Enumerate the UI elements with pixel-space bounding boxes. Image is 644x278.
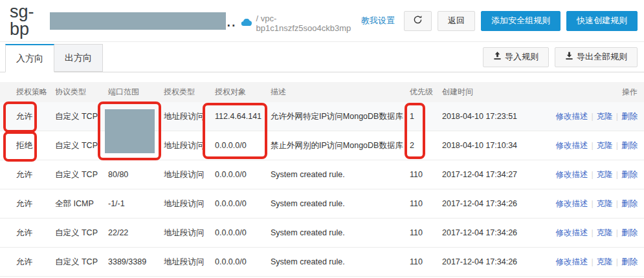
action-separator: | [592,257,594,266]
action-separator: | [616,199,618,208]
cell-created-time: 2017-12-04 17:34:26 [442,228,546,237]
table-row: 允许 自定义 TCP 80/80 地址段访问 0.0.0.0/0 System … [0,160,644,189]
col-created-time: 创建时间 [442,87,546,98]
modify-description-link[interactable]: 修改描述 [556,228,588,237]
tab-outbound[interactable]: 出方向 [54,44,103,72]
page-title: sg-bp .. / vpc-bp1c1nszfz5soo4ckb3mp [10,3,361,38]
col-policy: 授权策略 [16,87,55,98]
table-row: 允许 全部 ICMP -1/-1 地址段访问 0.0.0.0/0 System … [0,189,644,219]
page-header: sg-bp .. / vpc-bp1c1nszfz5soo4ckb3mp 教我设… [0,0,644,41]
clone-link[interactable]: 克隆 [597,257,613,266]
cloud-icon [241,17,252,29]
action-separator: | [592,228,594,237]
cell-description: 禁止外网别的IP访问MongoDB数据库 [271,140,410,151]
cell-policy: 允许 [16,169,55,180]
refresh-icon [413,15,423,27]
cell-auth-object: 0.0.0.0/0 [215,199,271,208]
cell-auth-type: 地址段访问 [164,228,215,239]
delete-link[interactable]: 删除 [621,228,638,237]
cell-description: System created rule. [271,257,410,266]
col-priority: 优先级 [410,87,442,98]
action-separator: | [616,228,618,237]
cell-actions: 修改描述|克隆|删除 [546,257,638,268]
export-all-rules-button[interactable]: 导出全部规则 [555,47,638,67]
redaction-block [50,12,225,30]
cell-created-time: 2017-12-04 17:34:26 [442,257,546,266]
action-separator: | [592,141,594,150]
rule-io-actions: 导入规则 导出全部规则 [483,47,638,67]
clone-link[interactable]: 克隆 [597,170,613,179]
tab-strip: 入方向 出方向 导入规则 导出全部规则 [0,41,644,72]
col-actions: 操作 [546,87,638,98]
cell-description: 允许外网特定IP访问MongoDB数据库 [271,111,410,122]
cell-protocol: 全部 ICMP [55,198,108,209]
modify-description-link[interactable]: 修改描述 [556,199,588,208]
annotation-highlight-auth-object [203,103,267,159]
modify-description-link[interactable]: 修改描述 [556,141,588,150]
security-group-id: sg-bp [10,3,49,38]
breadcrumb-vpc-path: / vpc-bp1c1nszfz5soo4ckb3mp [256,14,361,33]
action-separator: | [592,199,594,208]
cell-port-range: -1/-1 [108,199,164,208]
table-row: 允许 自定义 TCP 地址段访问 112.4.64.141 允许外网特定IP访问… [0,102,644,131]
cell-priority: 110 [410,257,442,266]
cell-created-time: 2018-04-10 17:23:51 [442,112,546,121]
col-protocol: 协议类型 [55,87,108,98]
cell-protocol: 自定义 TCP [55,228,108,239]
modify-description-link[interactable]: 修改描述 [556,170,588,179]
cell-actions: 修改描述|克隆|删除 [546,111,638,122]
tab-inbound[interactable]: 入方向 [5,44,54,72]
delete-link[interactable]: 删除 [621,170,638,179]
cell-priority: 110 [410,170,442,179]
back-button[interactable]: 返回 [438,11,475,31]
cell-description: System created rule. [271,170,410,179]
table-header-row: 授权策略 协议类型 端口范围 授权类型 授权对象 描述 优先级 创建时间 操作 [0,82,644,102]
delete-link[interactable]: 删除 [621,141,638,150]
annotation-highlight-priority [405,103,425,159]
quick-create-rule-button[interactable]: 快速创建规则 [566,11,638,31]
cell-protocol: 自定义 TCP [55,169,108,180]
table-row: 允许 自定义 TCP 22/22 地址段访问 0.0.0.0/0 System … [0,219,644,248]
annotation-highlight-policy-row2 [3,131,37,162]
refresh-button[interactable] [404,11,432,31]
cell-auth-object: 0.0.0.0/0 [215,170,271,179]
clone-link[interactable]: 克隆 [597,141,613,150]
col-port-range: 端口范围 [108,87,164,98]
modify-description-link[interactable]: 修改描述 [556,112,588,121]
col-description: 描述 [271,87,410,98]
add-security-group-rule-button[interactable]: 添加安全组规则 [481,11,561,31]
clone-link[interactable]: 克隆 [597,199,613,208]
upload-icon [493,52,502,62]
download-icon [565,52,573,62]
cell-priority: 110 [410,228,442,237]
cell-description: System created rule. [271,228,410,237]
clone-link[interactable]: 克隆 [597,112,613,121]
title-ellipsis: .. [227,12,236,30]
action-separator: | [592,170,594,179]
action-separator: | [616,170,618,179]
delete-link[interactable]: 删除 [621,199,638,208]
cell-port-range: 3389/3389 [108,257,164,266]
action-separator: | [592,112,594,121]
cell-port-range: 80/80 [108,170,164,179]
cell-protocol: 自定义 TCP [55,257,108,268]
delete-link[interactable]: 删除 [621,112,638,121]
teach-me-setup-link[interactable]: 教我设置 [361,15,395,27]
security-rules-table: 授权策略 协议类型 端口范围 授权类型 授权对象 描述 优先级 创建时间 操作 … [0,82,644,277]
action-separator: | [616,112,618,121]
delete-link[interactable]: 删除 [621,257,638,266]
clone-link[interactable]: 克隆 [597,228,613,237]
cell-created-time: 2018-04-10 17:10:34 [442,141,546,150]
direction-tabs: 入方向 出方向 [5,44,103,72]
cell-policy: 允许 [16,257,55,268]
modify-description-link[interactable]: 修改描述 [556,257,588,266]
cell-auth-object: 0.0.0.0/0 [215,228,271,237]
cell-created-time: 2017-12-04 17:34:26 [442,199,546,208]
cell-created-time: 2017-12-04 17:34:27 [442,170,546,179]
cell-actions: 修改描述|克隆|删除 [546,198,638,209]
col-auth-type: 授权类型 [164,87,215,98]
cell-auth-type: 地址段访问 [164,169,215,180]
cell-port-range: 22/22 [108,228,164,237]
import-rules-button[interactable]: 导入规则 [483,47,549,67]
cell-policy: 允许 [16,228,55,239]
